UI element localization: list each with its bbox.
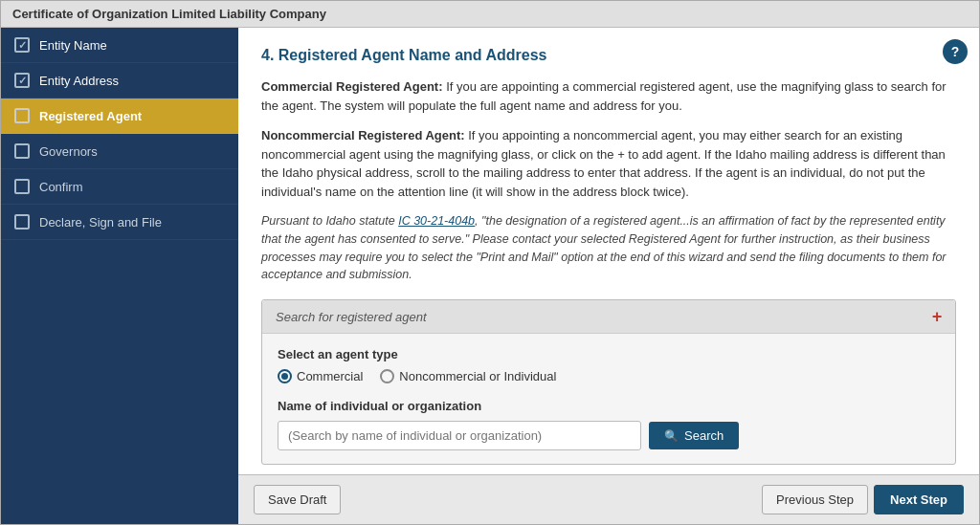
search-input[interactable] [278,421,641,450]
content-area: ? 4. Registered Agent Name and Address C… [238,28,979,524]
declare-checkbox [14,214,30,230]
sidebar-item-label: Governors [39,144,225,159]
search-icon: 🔍 [664,429,679,443]
sidebar-item-label: Confirm [39,180,225,194]
sidebar: Entity Name Entity Address Registered Ag… [1,28,238,524]
statute-link[interactable]: IC 30-21-404b [398,214,475,228]
sidebar-item-entity-address[interactable]: Entity Address [1,63,238,98]
footer-left: Save Draft [254,485,341,514]
radio-noncommercial[interactable]: Noncommercial or Individual [380,369,556,383]
noncommercial-agent-bold: Noncommercial Registered Agent: [261,128,465,142]
radio-noncommercial-circle [380,369,394,383]
sidebar-item-governors[interactable]: Governors [1,134,238,169]
title-bar: Certificate of Organization Limited Liab… [1,1,979,28]
statute-paragraph: Pursuant to Idaho statute IC 30-21-404b,… [261,212,956,284]
sidebar-item-registered-agent[interactable]: Registered Agent [1,98,238,134]
save-draft-button[interactable]: Save Draft [254,485,341,514]
noncommercial-agent-paragraph: Noncommercial Registered Agent: If you a… [261,126,956,201]
footer-right: Previous Step Next Step [762,485,964,514]
window-title: Certificate of Organization Limited Liab… [12,7,326,21]
sidebar-item-entity-name[interactable]: Entity Name [1,28,238,63]
commercial-agent-paragraph: Commercial Registered Agent: If you are … [261,77,956,115]
search-panel: Search for registered agent + Select an … [261,299,956,465]
confirm-checkbox [14,179,30,194]
main-window: Certificate of Organization Limited Liab… [0,0,980,525]
entity-address-checkbox [14,73,30,88]
governors-checkbox [14,143,30,159]
search-panel-header: Search for registered agent + [262,300,955,334]
sidebar-item-label: Entity Name [39,38,225,53]
add-agent-button[interactable]: + [931,308,942,325]
search-button[interactable]: 🔍 Search [649,422,739,449]
main-content: Entity Name Entity Address Registered Ag… [1,28,979,524]
radio-noncommercial-label: Noncommercial or Individual [399,369,556,383]
search-panel-body: Select an agent type Commercial Noncomme… [262,334,955,464]
footer: Save Draft Previous Step Next Step [238,474,979,524]
content-scroll[interactable]: 4. Registered Agent Name and Address Com… [238,28,979,474]
sidebar-item-label: Declare, Sign and File [39,215,225,230]
previous-step-button[interactable]: Previous Step [762,485,868,514]
sidebar-item-confirm[interactable]: Confirm [1,169,238,205]
statute-prefix: Pursuant to Idaho statute [261,214,398,228]
next-step-button[interactable]: Next Step [874,485,964,514]
section-title: 4. Registered Agent Name and Address [261,47,956,64]
search-button-label: Search [684,428,724,443]
search-panel-title: Search for registered agent [276,310,427,324]
org-name-label: Name of individual or organization [278,399,940,413]
radio-commercial[interactable]: Commercial [278,369,363,383]
sidebar-item-label: Registered Agent [39,109,225,123]
help-button[interactable]: ? [943,39,968,64]
sidebar-item-declare-sign-file[interactable]: Declare, Sign and File [1,205,238,240]
radio-commercial-circle [278,369,292,383]
sidebar-item-label: Entity Address [39,74,225,88]
registered-agent-checkbox [14,108,30,123]
commercial-agent-bold: Commercial Registered Agent: [261,79,443,94]
entity-name-checkbox [14,37,30,53]
agent-type-label: Select an agent type [278,347,940,361]
agent-type-radio-group: Commercial Noncommercial or Individual [278,369,940,383]
search-row: 🔍 Search [278,421,940,450]
radio-commercial-label: Commercial [297,369,363,383]
